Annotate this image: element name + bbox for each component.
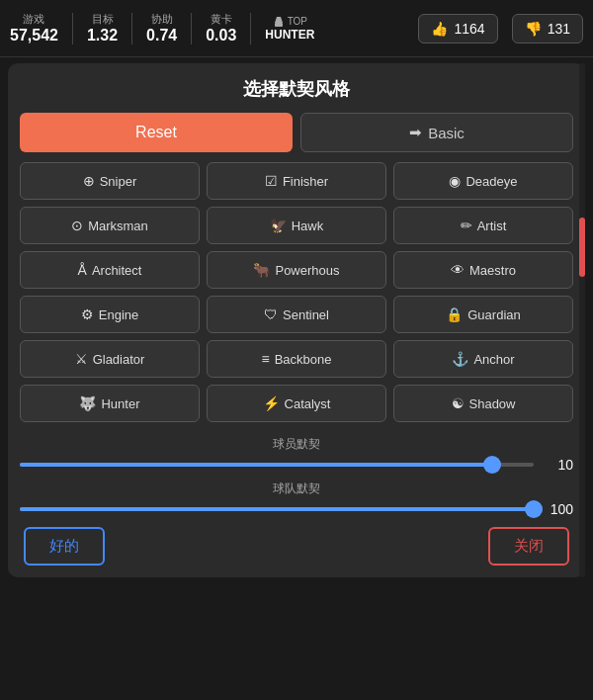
team-slider-section: 球队默契 100 bbox=[20, 481, 573, 517]
style-icon-powerhous: 🐂 bbox=[253, 262, 270, 278]
style-icon-maestro: 👁 bbox=[451, 262, 465, 278]
stat-target-label: 目标 bbox=[92, 12, 114, 27]
team-slider-track[interactable] bbox=[20, 507, 534, 511]
divider-2 bbox=[131, 13, 132, 44]
reset-button[interactable]: Reset bbox=[20, 113, 293, 152]
style-label-catalyst: Catalyst bbox=[285, 396, 331, 411]
dislike-count: 131 bbox=[548, 21, 570, 37]
style-icon-architect: Å bbox=[78, 262, 87, 278]
stat-target: 目标 1.32 bbox=[87, 12, 118, 44]
like-count: 1164 bbox=[454, 21, 484, 37]
style-btn-artist[interactable]: ✏Artist bbox=[393, 207, 573, 244]
style-icon-anchor: ⚓ bbox=[452, 351, 468, 367]
style-btn-sentinel[interactable]: 🛡Sentinel bbox=[207, 296, 386, 333]
style-label-engine: Engine bbox=[99, 307, 138, 322]
flask-icon bbox=[273, 16, 285, 28]
divider-3 bbox=[191, 13, 192, 44]
style-label-powerhous: Powerhous bbox=[275, 263, 339, 278]
style-icon-gladiator: ⚔ bbox=[75, 351, 88, 367]
style-icon-marksman: ⊙ bbox=[71, 218, 83, 233]
style-btn-marksman[interactable]: ⊙Marksman bbox=[20, 207, 200, 244]
basic-label: Basic bbox=[428, 125, 465, 141]
style-label-gladiator: Gladiator bbox=[93, 352, 145, 367]
style-icon-backbone: ≡ bbox=[262, 351, 270, 367]
modal-title: 选择默契风格 bbox=[20, 77, 573, 101]
dislike-button[interactable]: 👎 131 bbox=[512, 14, 583, 44]
style-label-hunter: Hunter bbox=[101, 396, 139, 411]
style-btn-sniper[interactable]: ⊕Sniper bbox=[20, 162, 200, 200]
style-label-guardian: Guardian bbox=[467, 307, 520, 322]
svg-marker-0 bbox=[275, 17, 283, 23]
close-button[interactable]: 关闭 bbox=[488, 527, 569, 566]
style-icon-engine: ⚙ bbox=[81, 306, 94, 322]
style-btn-engine[interactable]: ⚙Engine bbox=[20, 296, 200, 333]
style-label-hawk: Hawk bbox=[292, 219, 324, 233]
divider-4 bbox=[250, 13, 251, 44]
style-icon-finisher: ☑ bbox=[265, 173, 278, 189]
style-icon-sentinel: 🛡 bbox=[264, 306, 278, 322]
style-icon-guardian: 🔒 bbox=[446, 306, 463, 322]
top-buttons: Reset ➡ Basic bbox=[20, 113, 573, 152]
player-slider-thumb[interactable] bbox=[483, 456, 501, 474]
style-btn-shadow[interactable]: ☯Shadow bbox=[393, 385, 573, 422]
style-btn-backbone[interactable]: ≡Backbone bbox=[207, 340, 386, 378]
ok-button[interactable]: 好的 bbox=[24, 527, 105, 566]
style-btn-deadeye[interactable]: ◉Deadeye bbox=[393, 162, 573, 200]
stat-assist-value: 0.74 bbox=[146, 27, 177, 44]
style-icon-hawk: 🦅 bbox=[270, 218, 287, 233]
style-icon-deadeye: ◉ bbox=[449, 173, 461, 189]
bottom-buttons: 好的 关闭 bbox=[20, 527, 573, 566]
style-icon-hunter: 🐺 bbox=[79, 395, 96, 411]
style-label-architect: Architect bbox=[92, 263, 142, 278]
stat-yellow-value: 0.03 bbox=[206, 27, 236, 44]
player-slider-track[interactable] bbox=[20, 463, 534, 467]
style-btn-catalyst[interactable]: ⚡Catalyst bbox=[207, 385, 386, 422]
style-label-anchor: Anchor bbox=[473, 352, 514, 367]
player-slider-fill bbox=[20, 463, 492, 467]
style-icon-artist: ✏ bbox=[461, 218, 472, 233]
player-slider-section: 球员默契 10 bbox=[20, 436, 573, 473]
style-label-backbone: Backbone bbox=[275, 352, 332, 367]
like-button[interactable]: 👍 1164 bbox=[418, 14, 497, 44]
style-label-deadeye: Deadeye bbox=[466, 174, 517, 189]
stat-assist: 协助 0.74 bbox=[146, 12, 177, 44]
style-label-sentinel: Sentinel bbox=[283, 307, 329, 322]
stat-target-value: 1.32 bbox=[87, 27, 118, 44]
stat-games-value: 57,542 bbox=[10, 27, 58, 44]
style-label-marksman: Marksman bbox=[88, 219, 148, 233]
style-btn-guardian[interactable]: 🔒Guardian bbox=[393, 296, 573, 333]
thumbs-down-icon: 👎 bbox=[525, 21, 542, 37]
stat-assist-label: 协助 bbox=[151, 12, 173, 27]
top-badge: TOP HUNTER bbox=[265, 16, 314, 42]
style-btn-gladiator[interactable]: ⚔Gladiator bbox=[20, 340, 200, 378]
stat-games-label: 游戏 bbox=[23, 12, 44, 27]
stat-games: 游戏 57,542 bbox=[10, 12, 58, 44]
style-icon-sniper: ⊕ bbox=[83, 173, 95, 189]
style-btn-maestro[interactable]: 👁Maestro bbox=[393, 251, 573, 289]
team-slider-thumb[interactable] bbox=[525, 500, 543, 518]
style-btn-anchor[interactable]: ⚓Anchor bbox=[393, 340, 573, 378]
svg-rect-1 bbox=[275, 23, 283, 27]
style-label-shadow: Shadow bbox=[469, 396, 516, 411]
stat-yellow-label: 黄卡 bbox=[211, 12, 232, 27]
style-btn-hunter[interactable]: 🐺Hunter bbox=[20, 385, 200, 422]
style-icon-shadow: ☯ bbox=[452, 395, 465, 411]
arrow-icon: ➡ bbox=[409, 124, 422, 141]
divider-1 bbox=[72, 13, 73, 44]
scrollbar-track[interactable] bbox=[579, 63, 585, 577]
style-btn-hawk[interactable]: 🦅Hawk bbox=[207, 207, 386, 244]
player-slider-row: 10 bbox=[20, 457, 573, 473]
team-slider-fill bbox=[20, 507, 534, 511]
scrollbar-thumb[interactable] bbox=[579, 218, 585, 277]
player-slider-value: 10 bbox=[542, 457, 573, 473]
badge-name: HUNTER bbox=[265, 28, 314, 42]
style-icon-catalyst: ⚡ bbox=[263, 395, 280, 411]
badge-label: TOP bbox=[273, 16, 307, 28]
player-slider-label: 球员默契 bbox=[20, 436, 573, 453]
basic-button[interactable]: ➡ Basic bbox=[300, 113, 573, 152]
style-btn-finisher[interactable]: ☑Finisher bbox=[207, 162, 386, 200]
style-grid: ⊕Sniper☑Finisher◉Deadeye⊙Marksman🦅Hawk✏A… bbox=[20, 162, 573, 422]
style-label-artist: Artist bbox=[477, 219, 507, 233]
style-btn-architect[interactable]: ÅArchitect bbox=[20, 251, 200, 289]
style-btn-powerhous[interactable]: 🐂Powerhous bbox=[207, 251, 386, 289]
